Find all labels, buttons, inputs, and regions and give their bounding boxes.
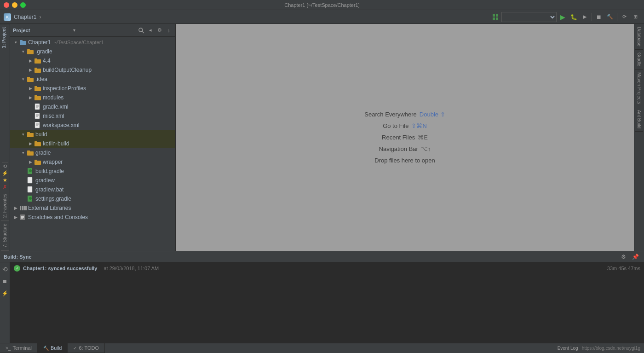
app-header: K Chapter1 › ▶ 🐛 ▶ ⏹ 🔨 ⟳ ⊞ <box>0 10 644 24</box>
tree-item-gradle-root[interactable]: ▾ gradle <box>10 148 175 157</box>
status-bar-right: Event Log https://blog.csdn.net/nuygi1g <box>558 346 644 351</box>
tree-settings-btn[interactable]: ⚙ <box>156 27 163 34</box>
build-left-toolbar: ⟲ ⏹ ⚡ <box>0 262 10 343</box>
tree-label-inspectionProfiles: inspectionProfiles <box>43 85 86 92</box>
layout-button[interactable]: ⊞ <box>630 12 640 22</box>
tree-label-external-libs: External Libraries <box>28 205 71 211</box>
tab-build-label: Build <box>51 345 62 351</box>
window-title: Chapter1 [~/TestSpace/Chapter1] <box>284 2 360 8</box>
locate-file-btn[interactable] <box>138 27 145 34</box>
tree-label-wrapper: wrapper <box>43 159 63 165</box>
run-config-dropdown[interactable] <box>501 12 557 22</box>
project-name: Chapter1 <box>14 14 36 20</box>
event-log-link[interactable]: Event Log <box>558 346 578 351</box>
tree-item-gradle-44[interactable]: ▶ 4.4 <box>10 56 175 65</box>
tree-item-settings-gradle[interactable]: settings.gradle <box>10 194 175 203</box>
wrapper-icon <box>34 159 41 165</box>
close-fav-icon[interactable]: ✗ <box>3 184 7 190</box>
project-tab[interactable]: 1: Project <box>0 24 10 51</box>
expand-icon: ▶ <box>27 58 34 63</box>
svg-rect-40 <box>27 150 30 152</box>
tree-item-gradle-dir[interactable]: ▾ .gradle <box>10 47 175 56</box>
expand-icon: ▶ <box>27 141 34 146</box>
star-icon[interactable]: ★ <box>3 177 7 183</box>
sidebar-tab-ant[interactable]: Ant Build <box>635 107 643 132</box>
run-coverage-button[interactable]: ▶ <box>580 12 590 22</box>
debug-button[interactable]: 🐛 <box>569 12 579 22</box>
tree-item-buildOutputCleanup[interactable]: ▶ buildOutputCleanup <box>10 65 175 75</box>
tab-todo[interactable]: ✓ 6: TODO <box>68 343 105 353</box>
kotlin-build-icon <box>34 140 41 147</box>
project-dropdown-arrow[interactable]: ▾ <box>73 28 75 33</box>
main-content: Search Everywhere Double ⇧ Go to File ⇧⌘… <box>176 24 634 251</box>
gradle-44-icon <box>34 58 41 64</box>
tree-label-idea-dir: .idea <box>35 76 47 82</box>
tree-item-misc-xml[interactable]: misc.xml <box>10 111 175 121</box>
svg-rect-45 <box>28 177 32 183</box>
collapse-all-btn[interactable]: ◂ <box>147 27 154 34</box>
svg-rect-7 <box>20 40 23 41</box>
expand-icon: ▶ <box>27 160 34 164</box>
sidebar-tab-maven[interactable]: Maven Projects <box>635 69 643 107</box>
hint-search-shortcut: Double ⇧ <box>420 111 445 118</box>
tree-item-modules[interactable]: ▶ modules <box>10 93 175 102</box>
bottom-tabs: >_ Terminal 🔨 Build ✓ 6: TODO <box>0 343 105 353</box>
gradle-xml-icon <box>34 104 41 110</box>
toolbar-separator-2 <box>617 13 617 21</box>
gradle-dir-icon <box>27 48 34 55</box>
svg-rect-54 <box>25 206 27 210</box>
build-panel: Build: Sync ⚙ 📌 ⟲ ⏹ ⚡ ✓ Chapter1: synced… <box>0 251 644 343</box>
tree-item-wrapper[interactable]: ▶ wrapper <box>10 157 175 167</box>
tree-item-external-libs[interactable]: ▶ External Libraries <box>10 203 175 213</box>
hint-goto-shortcut: ⇧⌘N <box>411 122 426 129</box>
tree-item-chapter1-root[interactable]: ▾ Chapter1 ~/TestSpace/Chapter1 <box>10 38 175 47</box>
stop-button[interactable]: ⏹ <box>594 12 604 22</box>
sidebar-tab-gradle[interactable]: Gradle <box>635 50 643 69</box>
tree-item-inspectionProfiles[interactable]: ▶ inspectionProfiles <box>10 84 175 93</box>
tree-item-build-gradle[interactable]: build.gradle <box>10 167 175 176</box>
maximize-button[interactable] <box>20 2 26 8</box>
sync-icon[interactable]: ⟲ <box>3 163 7 169</box>
tree-more-btn[interactable]: ↕ <box>165 27 172 34</box>
run-config-icon <box>490 12 500 22</box>
svg-rect-11 <box>34 58 37 60</box>
build-filter-btn[interactable]: ⚡ <box>0 288 10 298</box>
minimize-button[interactable] <box>12 2 17 8</box>
update-button[interactable]: ⟳ <box>619 12 629 22</box>
expand-icon: ▶ <box>27 86 34 91</box>
tree-item-idea-dir[interactable]: ▾ .idea <box>10 75 175 84</box>
structure-tab[interactable]: 7: Structure <box>1 221 9 251</box>
tree-item-kotlin-build[interactable]: ▶ kotlin-build <box>10 139 175 148</box>
svg-line-5 <box>142 31 144 33</box>
svg-rect-6 <box>20 41 26 45</box>
close-button[interactable] <box>4 2 9 8</box>
run-button[interactable]: ▶ <box>558 12 568 22</box>
expand-icon: ▶ <box>12 206 19 210</box>
sidebar-tab-database[interactable]: Database <box>635 24 643 50</box>
tree-item-build-dir[interactable]: ▾ build <box>10 130 175 139</box>
expand-icon: ▶ <box>12 215 19 220</box>
tab-terminal[interactable]: >_ Terminal <box>0 343 38 353</box>
build-pin-btn[interactable]: 📌 <box>630 252 640 262</box>
tree-item-gradlew[interactable]: gradlew <box>10 176 175 185</box>
tree-item-scratches[interactable]: ▶ Scratches and Consoles <box>10 213 175 222</box>
favorites-tab[interactable]: 2: Favorites <box>1 191 9 221</box>
title-bar: Chapter1 [~/TestSpace/Chapter1] <box>0 0 644 10</box>
tree-label-gradle-44: 4.4 <box>43 58 51 64</box>
hint-goto-text: Go to File <box>383 122 408 129</box>
tree-item-gradle-xml[interactable]: gradle.xml <box>10 102 175 111</box>
build-stop-btn[interactable]: ⏹ <box>0 276 10 286</box>
tree-item-workspace-xml[interactable]: workspace.xml <box>10 121 175 130</box>
modules-icon <box>34 94 41 101</box>
build-settings-btn[interactable]: ⚙ <box>618 252 628 262</box>
full-layout: Chapter1 [~/TestSpace/Chapter1] K Chapte… <box>0 0 644 353</box>
tree-label-gradle-root: gradle <box>35 150 51 156</box>
build-button[interactable]: 🔨 <box>605 12 615 22</box>
svg-point-4 <box>139 28 143 32</box>
filter-icon[interactable]: ⚡ <box>2 170 8 176</box>
tree-item-gradlew-bat[interactable]: gradlew.bat <box>10 185 175 194</box>
settings-gradle-icon <box>27 196 34 202</box>
idea-dir-icon <box>27 76 34 82</box>
build-sync-btn[interactable]: ⟲ <box>0 264 10 274</box>
tab-build[interactable]: 🔨 Build <box>38 343 68 353</box>
